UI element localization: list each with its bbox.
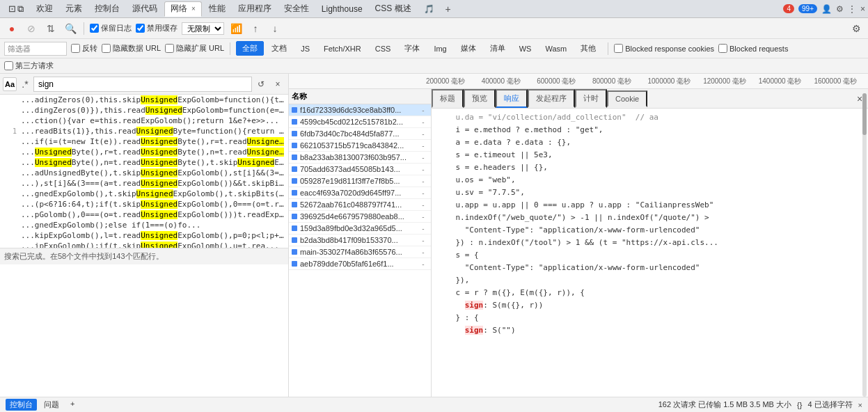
fetch-icon[interactable]: ⇅ bbox=[43, 21, 58, 36]
search-input[interactable] bbox=[33, 77, 252, 92]
blocked-requests-checkbox[interactable]: Blocked requests bbox=[718, 44, 788, 53]
third-party-checkbox[interactable]: 第三方请求 bbox=[4, 61, 54, 71]
detail-scrollbar-thumb[interactable] bbox=[862, 109, 867, 135]
detail-tab-response[interactable]: 响应 bbox=[496, 89, 528, 108]
request-item-0[interactable]: f16d72339d6dc93ce8ab3ff0... - bbox=[289, 104, 431, 116]
filter-tab-doc[interactable]: 文档 bbox=[265, 41, 293, 56]
filter-tab-js[interactable]: JS bbox=[294, 41, 316, 56]
request-item-9[interactable]: 396925d4e6679579880eab8... - bbox=[289, 211, 431, 223]
hide-ext-url-checkbox[interactable]: 隐藏扩展 URL bbox=[165, 43, 224, 54]
upload-icon[interactable]: ↑ bbox=[248, 21, 263, 36]
filter-tab-css[interactable]: CSS bbox=[369, 41, 397, 56]
tab-icon-left[interactable]: ⊡ ⧉ bbox=[3, 1, 29, 17]
filter-tab-ws[interactable]: WS bbox=[513, 41, 538, 56]
request-item-6[interactable]: 059287e19d811f3ff7e7f8b5... - bbox=[289, 175, 431, 187]
reverse-input[interactable] bbox=[71, 44, 80, 53]
detail-tab-cookie[interactable]: Cookie bbox=[607, 90, 647, 107]
detail-tab-headers[interactable]: 标题 bbox=[432, 89, 464, 108]
tab-css-overview[interactable]: CSS 概述 bbox=[370, 1, 417, 17]
detail-tab-initiator[interactable]: 发起程序 bbox=[528, 89, 575, 108]
throttle-select[interactable]: 无限制 bbox=[182, 22, 224, 35]
hide-ext-url-input[interactable] bbox=[165, 44, 174, 53]
req-color-indicator bbox=[292, 154, 297, 160]
detail-panel: 标题 预览 响应 发起程序 计时 Cookie × u.da = "vi/col… bbox=[432, 89, 868, 397]
request-item-10[interactable]: 159d3a89fbd0e3d32a965d5... - bbox=[289, 223, 431, 235]
blocked-cookies-checkbox[interactable]: Blocked response cookies bbox=[614, 44, 714, 53]
tab-security[interactable]: 安全性 bbox=[278, 1, 315, 17]
third-party-input[interactable] bbox=[4, 61, 13, 70]
clear-button[interactable]: ⊘ bbox=[24, 21, 39, 36]
preserve-log-checkbox[interactable]: 保留日志 bbox=[90, 23, 132, 33]
refresh-search-button[interactable]: ↺ bbox=[253, 77, 269, 92]
top-right-icons: 4 99+ 👤 ⚙ ⋮ × bbox=[783, 4, 865, 14]
reverse-checkbox[interactable]: 反转 bbox=[71, 43, 97, 54]
blocked-requests-input[interactable] bbox=[718, 44, 727, 53]
request-item-1[interactable]: 4599cb45cd0212c515781b2... - bbox=[289, 116, 431, 128]
status-tab-add[interactable]: + bbox=[66, 399, 79, 411]
detail-tab-timing[interactable]: 计时 bbox=[575, 89, 607, 108]
network-toolbar: ● ⊘ ⇅ 🔍 保留日志 禁用缓存 无限制 📶 ↑ ↓ ⚙ bbox=[0, 18, 868, 39]
filter-tab-fetch[interactable]: Fetch/XHR bbox=[317, 41, 368, 56]
blocked-cookies-input[interactable] bbox=[614, 44, 623, 53]
detail-line: u.da = "vi/collection/add_collection" //… bbox=[437, 111, 862, 124]
network-settings-icon[interactable]: ⚙ bbox=[849, 21, 864, 36]
filter-input[interactable] bbox=[4, 42, 67, 56]
tab-application[interactable]: 应用程序 bbox=[232, 1, 277, 17]
tab-add-button[interactable]: + bbox=[441, 3, 455, 15]
settings-icon[interactable]: ⚙ bbox=[836, 4, 844, 14]
detail-line: a = e.data ? e.data : {}, bbox=[437, 136, 862, 149]
preserve-log-input[interactable] bbox=[90, 24, 99, 33]
tab-network[interactable]: 网络 × bbox=[164, 1, 202, 17]
detail-tab-preview[interactable]: 预览 bbox=[464, 89, 496, 108]
filter-tab-all[interactable]: 全部 bbox=[236, 41, 264, 56]
download-icon[interactable]: ↓ bbox=[267, 21, 283, 36]
throttle-network-icon[interactable]: 📶 bbox=[228, 21, 244, 36]
status-close-icon[interactable]: × bbox=[858, 401, 862, 409]
tab-recording[interactable]: 🎵 bbox=[418, 1, 440, 17]
hide-data-url-checkbox[interactable]: 隐藏数据 URL bbox=[102, 43, 161, 54]
filter-tab-img[interactable]: Img bbox=[427, 41, 452, 56]
detail-tabs: 标题 预览 响应 发起程序 计时 Cookie × bbox=[432, 89, 868, 109]
profile-icon[interactable]: 👤 bbox=[821, 4, 832, 14]
tab-console[interactable]: 控制台 bbox=[89, 1, 125, 17]
status-tab-issues[interactable]: 问题 bbox=[40, 399, 63, 411]
disable-cache-input[interactable] bbox=[136, 24, 145, 33]
req-color-indicator bbox=[292, 261, 297, 267]
tab-sources[interactable]: 源代码 bbox=[127, 1, 163, 17]
request-item-13[interactable]: aeb789dde70b5faf61e6f1... - bbox=[289, 258, 431, 270]
request-item-5[interactable]: 705add6373ad455085b143... - bbox=[289, 164, 431, 175]
status-tab-console[interactable]: 控制台 bbox=[6, 399, 37, 411]
filter-tab-font[interactable]: 字体 bbox=[398, 41, 426, 56]
filter-tab-media[interactable]: 媒体 bbox=[455, 41, 482, 56]
aa-button[interactable]: Aa bbox=[3, 77, 17, 91]
request-item-8[interactable]: 52672aab761c0488797f741... - bbox=[289, 199, 431, 211]
record-button[interactable]: ● bbox=[4, 21, 19, 36]
detail-content-area: u.da = "vi/collection/add_collection" //… bbox=[432, 109, 868, 397]
request-item-11[interactable]: b2da3bd8b417f09b153370... - bbox=[289, 235, 431, 246]
filter-tab-wasm[interactable]: Wasm bbox=[539, 41, 573, 56]
tab-performance[interactable]: 性能 bbox=[203, 1, 231, 17]
search-network-button[interactable]: 🔍 bbox=[63, 21, 78, 36]
request-item-7[interactable]: eacc4f693a7020d9d645ff97... - bbox=[289, 187, 431, 199]
req-color-indicator bbox=[292, 214, 297, 219]
filter-tabs: 全部 文档 JS Fetch/XHR CSS 字体 Img 媒体 清单 WS W… bbox=[236, 41, 602, 56]
filter-tab-other[interactable]: 其他 bbox=[574, 41, 602, 56]
tab-network-close[interactable]: × bbox=[191, 5, 196, 13]
request-item-2[interactable]: 6fdb73d40c7bc484d5fa877... - bbox=[289, 128, 431, 140]
regex-button[interactable]: .* bbox=[18, 77, 32, 91]
req-color-indicator bbox=[292, 119, 297, 125]
close-devtools-icon[interactable]: × bbox=[860, 4, 865, 14]
request-item-3[interactable]: 6621053715b5719ca843842... - bbox=[289, 140, 431, 152]
request-item-12[interactable]: main-353027f4a86b3f65576... - bbox=[289, 246, 431, 258]
filter-tab-manifest[interactable]: 清单 bbox=[484, 41, 512, 56]
more-icon[interactable]: ⋮ bbox=[848, 4, 856, 14]
request-item-4[interactable]: b8a233ab38130073f603b957... - bbox=[289, 152, 431, 164]
tab-recording-icon: 🎵 bbox=[424, 4, 434, 14]
tab-elements[interactable]: 元素 bbox=[60, 1, 88, 17]
disable-cache-checkbox[interactable]: 禁用缓存 bbox=[136, 23, 177, 33]
tab-welcome[interactable]: 欢迎 bbox=[31, 1, 58, 17]
source-line: ...pGolomb(),0===(o=t.readUnsignedExpGol… bbox=[0, 209, 288, 220]
close-search-button[interactable]: × bbox=[270, 77, 285, 92]
hide-data-url-input[interactable] bbox=[102, 44, 111, 53]
tab-lighthouse[interactable]: Lighthouse bbox=[316, 1, 368, 17]
